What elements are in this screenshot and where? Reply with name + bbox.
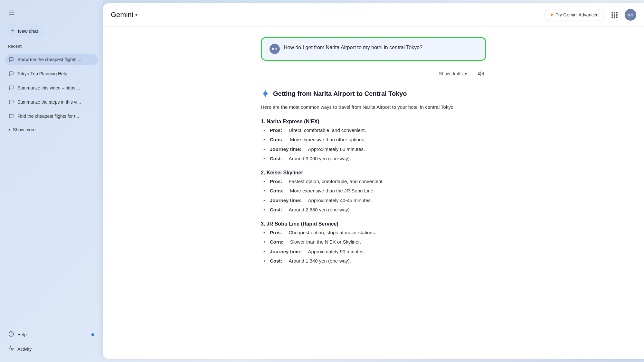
sound-button[interactable] [476, 69, 486, 79]
sidebar-item-2[interactable]: Tokyo Trip Planning Help [5, 68, 98, 79]
chevron-down-icon: ▾ [8, 127, 10, 132]
section-3-bullets: Pros: Cheapest option, stops at major st… [263, 229, 486, 265]
user-message-box: KH How do I get from Narita Airport to m… [261, 37, 486, 61]
bullet-2-2-text: More expensive than the JR Sobu Line. [290, 187, 375, 194]
section-2: 2. Keisei Skyliner Pros: Fastest option,… [261, 167, 486, 213]
sidebar: + New chat Recent Show me the cheapest f… [0, 0, 103, 362]
main-content: Gemini ▾ ✦ Try Gemini Advanced KH [103, 3, 644, 359]
sidebar-item-1[interactable]: Show me the cheapest flights.... [5, 54, 98, 65]
bullet-3-4: Cost: Around 1,340 yen (one-way). [263, 257, 486, 265]
bullet-1-4: Cost: Around 3,000 yen (one-way). [263, 155, 486, 162]
show-drafts-row: Show drafts ▾ [261, 69, 486, 81]
bullet-1-3: Journey time: Approximately 60 minutes. [263, 145, 486, 153]
bullet-1-2-text: More expensive than other options. [290, 136, 365, 143]
bullet-3-2-text: Slower than the N'EX or Skyliner. [290, 238, 361, 246]
sidebar-item-3[interactable]: Summarize this video – https:... [5, 82, 98, 94]
bullet-2-3-text: Approximately 40-45 minutes. [308, 197, 372, 204]
app-container: + New chat Recent Show me the cheapest f… [0, 0, 644, 362]
user-message-container: KH How do I get from Narita Airport to m… [129, 37, 618, 61]
section-3: 3. JR Sobu Line (Rapid Service) Pros: Ch… [261, 218, 486, 265]
section-1-bullets: Pros: Direct, comfortable, and convenien… [263, 126, 486, 162]
bullet-2-3-label: Journey time: [270, 197, 301, 204]
gemini-title[interactable]: Gemini ▾ [111, 11, 137, 19]
help-item[interactable]: Help [5, 328, 98, 341]
sidebar-item-text-2: Tokyo Trip Planning Help [17, 71, 67, 76]
show-drafts-button[interactable]: Show drafts ▾ [435, 69, 471, 78]
user-avatar-small: KH [270, 44, 280, 54]
sidebar-bottom: Help Activity [5, 328, 98, 356]
bullet-3-1-text: Cheapest option, stops at major stations… [289, 229, 376, 236]
section-3-title: 3. JR Sobu Line (Rapid Service) [261, 221, 486, 227]
bullet-2-1: Pros: Fastest option, comfortable, and c… [263, 178, 486, 185]
chat-icon-5 [8, 113, 14, 119]
bullet-2-2: Cons: More expensive than the JR Sobu Li… [263, 187, 486, 194]
chat-area: KH How do I get from Narita Airport to m… [103, 27, 644, 359]
sidebar-item-4[interactable]: Summarize the steps in this vi... [5, 96, 98, 108]
gemini-title-text: Gemini [111, 11, 133, 19]
chat-icon-2 [8, 71, 14, 77]
sound-icon [478, 70, 484, 77]
try-advanced-button[interactable]: ✦ Try Gemini Advanced [544, 9, 604, 21]
ai-response-title: Getting from Narita Airport to Central T… [273, 90, 407, 97]
bullet-3-2-label: Cons: [270, 238, 284, 246]
help-label: Help [17, 332, 27, 337]
sidebar-item-text-3: Summarize this video – https:... [17, 85, 80, 90]
bullet-1-2-label: Cons: [270, 136, 284, 143]
chat-icon-4 [8, 99, 14, 105]
activity-icon [8, 346, 14, 352]
bullet-2-1-label: Pros: [270, 178, 282, 185]
bullet-1-2: Cons: More expensive than other options. [263, 136, 486, 143]
chat-icon-1 [8, 57, 14, 62]
bullet-2-4: Cost: Around 2,580 yen (one-way). [263, 206, 486, 213]
user-avatar[interactable]: KH [625, 9, 636, 21]
bullet-1-4-label: Cost: [270, 155, 282, 162]
hamburger-icon [9, 11, 14, 15]
show-more-label: Show more [13, 127, 36, 132]
bullet-1-4-text: Around 3,000 yen (one-way). [289, 155, 351, 162]
bullet-1-1: Pros: Direct, comfortable, and convenien… [263, 126, 486, 134]
notification-dot [91, 333, 94, 336]
ai-response: Getting from Narita Airport to Central T… [261, 89, 486, 265]
ai-intro-text: Here are the most common ways to travel … [261, 103, 486, 111]
svg-marker-2 [478, 72, 481, 76]
help-icon [8, 331, 14, 338]
bullet-2-4-text: Around 2,580 yen (one-way). [289, 206, 351, 213]
bullet-3-4-text: Around 1,340 yen (one-way). [289, 257, 351, 265]
chevron-down-icon: ▾ [465, 71, 467, 76]
new-chat-label: New chat [18, 28, 38, 34]
bullet-3-1: Pros: Cheapest option, stops at major st… [263, 229, 486, 236]
header: Gemini ▾ ✦ Try Gemini Advanced KH [103, 3, 644, 27]
bullet-2-4-label: Cost: [270, 206, 282, 213]
section-1: 1. Narita Express (N'EX) Pros: Direct, c… [261, 116, 486, 162]
sidebar-item-5[interactable]: Find the cheapest flights for t... [5, 110, 98, 122]
hamburger-button[interactable] [5, 6, 18, 19]
google-apps-button[interactable] [608, 8, 621, 21]
bullet-3-1-label: Pros: [270, 229, 282, 236]
new-chat-button[interactable]: + New chat [5, 24, 44, 37]
chat-icon-3 [8, 85, 14, 91]
user-message-text: How do I get from Narita Airport to my h… [284, 44, 422, 51]
bullet-1-3-label: Journey time: [270, 145, 301, 153]
section-2-title: 2. Keisei Skyliner [261, 170, 486, 176]
gemini-sparkle-icon [261, 89, 270, 98]
bullet-3-3-label: Journey time: [270, 248, 301, 255]
bullet-3-3-text: Approximately 90 minutes. [308, 248, 365, 255]
bullet-2-2-label: Cons: [270, 187, 284, 194]
grid-icon [611, 12, 618, 18]
show-more-button[interactable]: ▾ Show more [5, 125, 98, 135]
recent-label: Recent [5, 42, 98, 50]
sidebar-item-text-1: Show me the cheapest flights.... [17, 57, 81, 62]
sidebar-item-text-5: Find the cheapest flights for t... [17, 114, 79, 119]
title-dropdown-arrow: ▾ [135, 12, 137, 17]
plus-icon: + [11, 28, 15, 34]
ai-response-header: Getting from Narita Airport to Central T… [261, 89, 486, 98]
bullet-3-3: Journey time: Approximately 90 minutes. [263, 248, 486, 255]
bullet-3-4-label: Cost: [270, 257, 282, 265]
show-drafts-label: Show drafts [439, 71, 463, 76]
bullet-2-3: Journey time: Approximately 40-45 minute… [263, 197, 486, 204]
bullet-1-3-text: Approximately 60 minutes. [308, 145, 365, 153]
bullet-1-1-label: Pros: [270, 126, 282, 134]
section-1-title: 1. Narita Express (N'EX) [261, 119, 486, 125]
bullet-3-2: Cons: Slower than the N'EX or Skyliner. [263, 238, 486, 246]
activity-item[interactable]: Activity [5, 342, 98, 356]
